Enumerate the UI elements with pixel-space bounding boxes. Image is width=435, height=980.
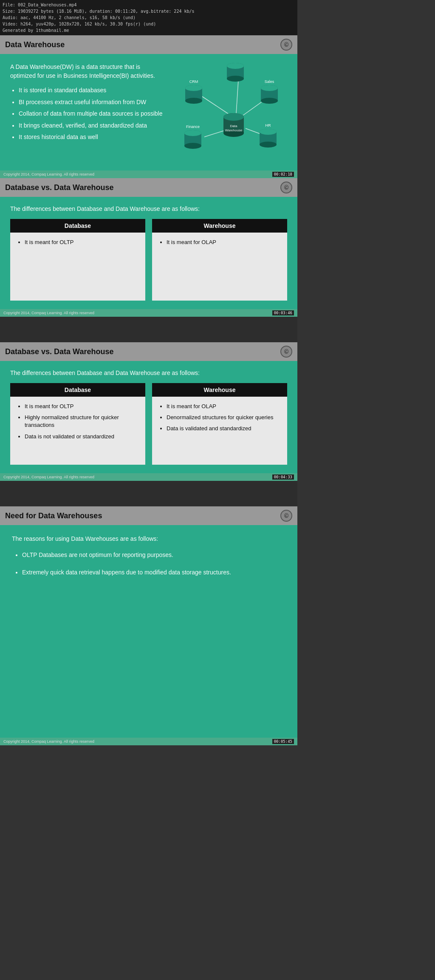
slide-2-db-body: It is meant for OLTP [10,233,145,301]
slide-2-wh-body: It is meant for OLAP [152,233,287,301]
file-info-line2: Size: 19039272 bytes (18.16 MiB), durati… [3,8,295,14]
svg-point-34 [260,129,277,135]
slide-1-diagram: ERP CRM [168,62,287,162]
svg-point-17 [261,98,278,104]
copyright-icon-2: © [280,182,292,193]
slide-1-copyright-text: Copyright 2014, Compaq Learning. All rig… [3,172,94,176]
slide-3-db-body: It is meant for OLTP Highly normalized s… [10,397,145,465]
svg-point-7 [227,76,244,82]
bullet-1-2: BI processes extract useful information … [19,98,164,107]
copyright-icon-1: © [280,39,292,51]
slide-3-wh-bullet-3: Data is validated and standardized [167,425,280,432]
svg-line-0 [236,80,238,114]
slide-3-wh-bullet-2: Denormalized structures for quicker quer… [167,414,280,421]
slide-2-wh-bullets: It is meant for OLAP [167,239,280,246]
file-info-line3: Audio: aac, 44100 Hz, 2 channels, s16, 5… [3,14,295,21]
slide-3-comparison: Database It is meant for OLTP Highly nor… [10,383,287,465]
slide-3-db-bullets: It is meant for OLTP Highly normalized s… [25,403,138,440]
slide-1-title: Data Warehouse [5,40,65,49]
slide-4-bullet-1: OLTP Databases are not optimum for repor… [22,551,285,560]
slide-4-bullets: OLTP Databases are not optimum for repor… [22,551,285,577]
slide-3-timestamp: 00:04:33 [272,474,294,480]
slide-2-wh-bullet-1: It is meant for OLAP [167,239,280,246]
svg-point-12 [185,98,202,104]
slide-2-db-bullet-1: It is meant for OLTP [25,239,138,246]
slide-2: Database vs. Data Warehouse © The differ… [0,178,297,317]
slide-3-copyright-text: Copyright 2014, Compaq Learning. All rig… [3,475,94,479]
slide-2-copyright-text: Copyright 2014, Compaq Learning. All rig… [3,311,94,315]
slide-4-copyright-bar: Copyright 2014, Compaq Learning. All rig… [0,738,297,745]
slide-4-timestamp: 00:05:45 [272,739,294,744]
slide-2-db-header: Database [10,219,145,233]
svg-point-8 [227,63,244,69]
slide-4-intro: The reasons for using Data Warehouses ar… [12,535,285,542]
slide-3-wh-bullet-1: It is meant for OLAP [167,403,280,410]
slide-3-db-col: Database It is meant for OLTP Highly nor… [10,383,145,465]
slide-3-wh-col: Warehouse It is meant for OLAP Denormali… [152,383,287,465]
slide-2-title: Database vs. Data Warehouse [5,183,113,192]
slide-3-content: The differences between Database and Dat… [0,361,297,473]
svg-text:HR: HR [266,123,271,128]
slide-3-wh-body: It is meant for OLAP Denormalized struct… [152,397,287,465]
slide-4-header: Need for Data Warehouses © [0,506,297,525]
slide-3-db-bullet-2: Highly normalized structure for quicker … [25,414,138,429]
slide-1-content: A Data Warehouse(DW) is a data structure… [0,54,297,170]
slide-4-copyright-text: Copyright 2014, Compaq Learning. All rig… [3,739,94,744]
slide-1-text: A Data Warehouse(DW) is a data structure… [10,62,164,162]
data-warehouse-diagram: ERP CRM [168,62,287,160]
slide-2-db-col: Database It is meant for OLTP [10,219,145,301]
copyright-icon-3: © [280,346,292,358]
slide-2-header: Database vs. Data Warehouse © [0,178,297,197]
file-info-bar: File: 002_Data_Warehouses.mp4 Size: 1903… [0,0,297,35]
slide-3-db-header: Database [10,383,145,397]
bullet-1-5: It stores historical data as well [19,133,164,142]
file-info-line4: Video: h264, yuv420p, 1028x720, 162 kb/s… [3,21,295,27]
slide-4: Need for Data Warehouses © The reasons f… [0,506,297,745]
slide-3-copyright-bar: Copyright 2014, Compaq Learning. All rig… [0,473,297,481]
slide-2-timestamp: 00:03:46 [272,310,294,315]
slide-2-content: The differences between Database and Dat… [0,197,297,309]
slide-2-wh-col: Warehouse It is meant for OLAP [152,219,287,301]
svg-text:Sales: Sales [265,80,274,84]
slide-3-intro: The differences between Database and Dat… [10,369,287,376]
svg-point-13 [185,85,202,91]
slide-2-wh-header: Warehouse [152,219,287,233]
slide-1-timestamp: 00:02:18 [272,172,294,177]
slide-4-content: The reasons for using Data Warehouses ar… [0,525,297,653]
slide-1-intro: A Data Warehouse(DW) is a data structure… [10,62,164,80]
svg-text:Finance: Finance [186,125,200,129]
svg-text:Data: Data [230,124,237,128]
svg-point-33 [260,142,277,148]
file-info-line5: Generated by 1thumbnail.me [3,27,295,34]
svg-point-28 [184,143,201,149]
slide-2-copyright-bar: Copyright 2014, Compaq Learning. All rig… [0,309,297,317]
bullet-1-1: It is stored in standard databases [19,86,164,95]
slide-4-title: Need for Data Warehouses [5,511,102,520]
slide-1-header: Data Warehouse © [0,35,297,54]
copyright-icon-4: © [280,510,292,522]
slide-3-db-bullet-3: Data is not validated or standardized [25,433,138,440]
bullet-1-3: Collation of data from multiple data sou… [19,110,164,118]
slide-3-title: Database vs. Data Warehouse [5,347,113,356]
svg-point-18 [261,85,278,91]
bullet-1-4: It brings cleaned, verified, and standar… [19,122,164,130]
slide-4-bullet-2: Extremely quick data retrieval happens d… [22,568,285,577]
slide-3-wh-bullets: It is meant for OLAP Denormalized struct… [167,403,280,433]
slide-2-comparison: Database It is meant for OLTP Warehouse … [10,219,287,301]
slide-3-header: Database vs. Data Warehouse © [0,342,297,361]
slide-1: Data Warehouse © A Data Warehouse(DW) is… [0,35,297,178]
svg-text:Warehouse: Warehouse [225,128,243,132]
svg-point-29 [184,130,201,136]
slide-2-intro: The differences between Database and Dat… [10,205,287,212]
slide-2-db-bullets: It is meant for OLTP [25,239,138,246]
slide-3-wh-header: Warehouse [152,383,287,397]
svg-line-1 [202,97,231,116]
slide-1-bullets: It is stored in standard databases BI pr… [19,86,164,142]
file-info-line1: File: 002_Data_Warehouses.mp4 [3,2,295,8]
svg-point-23 [223,113,244,121]
slide-1-copyright-bar: Copyright 2014, Compaq Learning. All rig… [0,170,297,178]
slide-3-db-bullet-1: It is meant for OLTP [25,403,138,410]
svg-text:CRM: CRM [189,80,198,84]
slide-3: Database vs. Data Warehouse © The differ… [0,342,297,481]
